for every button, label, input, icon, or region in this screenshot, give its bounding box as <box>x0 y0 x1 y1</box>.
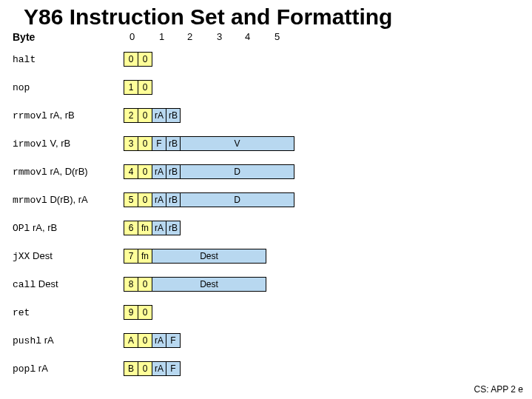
mnemonic: rrmovl <box>13 110 47 121</box>
encoding-cell: F <box>166 333 181 348</box>
encoding-cell: 9 <box>124 305 138 320</box>
encoding-cell: 4 <box>124 164 138 179</box>
encoding-cells: 90 <box>124 305 152 320</box>
encoding-cell: 5 <box>124 192 138 207</box>
byte-header-0: 0 <box>129 31 135 42</box>
encoding-cell: 0 <box>138 361 152 376</box>
encoding-cells: 10 <box>124 80 152 95</box>
encoding-cell: rB <box>166 221 181 235</box>
instruction-row: halt00 <box>13 52 152 67</box>
operands: Dest <box>36 278 58 289</box>
byte-label: Byte <box>13 31 35 43</box>
instruction-row: popl rAB0rAF <box>13 361 181 376</box>
encoding-cell: Dest <box>152 277 266 292</box>
encoding-cell: rB <box>166 136 181 151</box>
encoding-cell: 0 <box>138 108 152 123</box>
instruction-row: call Dest80Dest <box>13 277 266 292</box>
byte-header-3: 3 <box>217 31 222 42</box>
instruction-row: jXX Dest7fnDest <box>13 249 266 264</box>
encoding-cell: 6 <box>124 221 138 235</box>
encoding-cells: 20rArB <box>124 108 181 123</box>
mnemonic: ret <box>13 307 30 318</box>
encoding-cell: 1 <box>124 80 138 95</box>
operands: V, rB <box>47 138 70 149</box>
instruction-label: rmmovl rA, D(rB) <box>13 166 124 178</box>
encoding-cell: 0 <box>138 136 152 151</box>
encoding-cell: rA <box>152 192 166 207</box>
operands: D(rB), rA <box>47 194 88 205</box>
instruction-row: irmovl V, rB30FrBV <box>13 136 294 151</box>
encoding-cell: rB <box>166 164 181 179</box>
encoding-cells: 50rArBD <box>124 192 294 207</box>
encoding-cells: 30FrBV <box>124 136 294 151</box>
encoding-cells: B0rAF <box>124 361 181 376</box>
encoding-cell: rB <box>166 192 181 207</box>
instruction-label: call Dest <box>13 278 124 290</box>
encoding-cell: 2 <box>124 108 138 123</box>
mnemonic: halt <box>13 54 36 65</box>
encoding-cell: 0 <box>138 80 152 95</box>
mnemonic: nop <box>13 82 30 93</box>
encoding-cell: F <box>166 361 181 376</box>
operands: rA, D(rB) <box>47 166 88 177</box>
encoding-cell: Dest <box>152 249 266 264</box>
operands: Dest <box>30 250 52 261</box>
instruction-label: nop <box>13 81 124 93</box>
encoding-cell: 0 <box>124 52 138 67</box>
operands: rA <box>41 335 54 346</box>
encoding-cells: 40rArBD <box>124 164 294 179</box>
encoding-cell: 0 <box>138 192 152 207</box>
encoding-cell: 0 <box>138 305 152 320</box>
encoding-cells: 6fnrArB <box>124 221 181 235</box>
footer-text: CS: APP 2 e <box>474 384 524 395</box>
encoding-cell: fn <box>138 221 152 235</box>
byte-header-2: 2 <box>187 31 192 42</box>
instruction-label: mrmovl D(rB), rA <box>13 194 124 206</box>
instruction-row: OPl rA, rB6fnrArB <box>13 221 181 235</box>
encoding-cell: rA <box>152 333 166 348</box>
mnemonic: jXX <box>13 251 30 262</box>
encoding-cell: F <box>152 136 166 151</box>
byte-header-4: 4 <box>245 31 250 42</box>
instruction-row: ret90 <box>13 305 152 320</box>
instruction-label: irmovl V, rB <box>13 138 124 150</box>
operands: rA <box>36 363 48 374</box>
encoding-cell: rA <box>152 164 166 179</box>
instruction-row: rrmovl rA, rB20rArB <box>13 108 181 123</box>
encoding-cell: B <box>124 361 138 376</box>
mnemonic: rmmovl <box>13 167 47 178</box>
encoding-cell: V <box>180 136 294 151</box>
instruction-label: OPl rA, rB <box>13 222 124 234</box>
encoding-cell: 0 <box>138 164 152 179</box>
instruction-label: pushl rA <box>13 335 124 346</box>
encoding-cell: rB <box>166 108 181 123</box>
mnemonic: call <box>13 279 36 290</box>
instruction-label: jXX Dest <box>13 250 124 262</box>
operands: rA, rB <box>47 110 75 121</box>
encoding-cell: rA <box>152 108 166 123</box>
instruction-label: ret <box>13 306 124 318</box>
encoding-cell: 8 <box>124 277 138 292</box>
encoding-cell: D <box>180 164 294 179</box>
encoding-cells: 80Dest <box>124 277 266 292</box>
encoding-cell: rA <box>152 361 166 376</box>
encoding-cell: A <box>124 333 138 348</box>
instruction-row: mrmovl D(rB), rA50rArBD <box>13 192 294 207</box>
encoding-cell: 3 <box>124 136 138 151</box>
encoding-cell: 0 <box>138 333 152 348</box>
encoding-cell: fn <box>138 249 152 264</box>
instruction-row: pushl rAA0rAF <box>13 333 181 348</box>
operands: rA, rB <box>30 222 57 233</box>
encoding-cell: 0 <box>138 277 152 292</box>
byte-header-1: 1 <box>159 31 164 42</box>
encoding-cell: 7 <box>124 249 138 264</box>
encoding-cell: D <box>180 192 294 207</box>
instruction-label: halt <box>13 53 124 65</box>
encoding-cells: 00 <box>124 52 152 67</box>
instruction-row: rmmovl rA, D(rB)40rArBD <box>13 164 294 179</box>
instruction-label: rrmovl rA, rB <box>13 110 124 121</box>
instruction-label: popl rA <box>13 363 124 375</box>
mnemonic: pushl <box>13 335 41 346</box>
byte-header-5: 5 <box>275 31 280 42</box>
encoding-cells: 7fnDest <box>124 249 266 264</box>
